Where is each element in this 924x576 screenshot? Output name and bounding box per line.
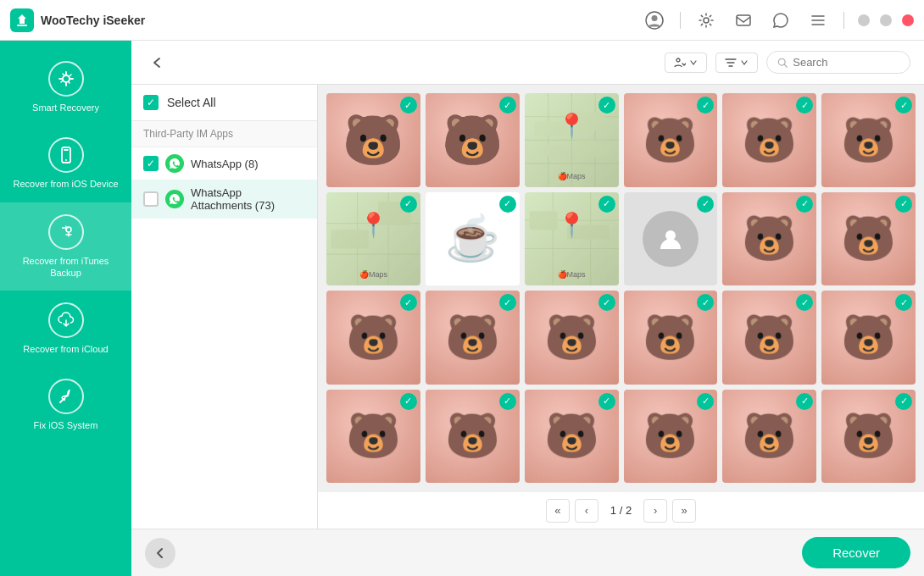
select-all-checkbox[interactable] (143, 95, 159, 110)
svg-point-7 (676, 58, 680, 62)
next-page-button[interactable]: › (643, 499, 667, 523)
svg-point-4 (63, 75, 70, 82)
image-cell-24[interactable]: 🐻 ✓ (821, 390, 916, 484)
image-cell-8-coffee[interactable]: ☕ ✓ (426, 192, 520, 286)
map-label-3: 🍎Maps (558, 270, 586, 279)
check-badge-7: ✓ (400, 196, 417, 213)
recover-icloud-icon (48, 302, 84, 338)
smart-recovery-icon (48, 61, 84, 97)
sidebar-item-recover-ios[interactable]: Recover from iOS Device (0, 125, 131, 202)
sidebar-item-smart-recovery[interactable]: Smart Recovery (0, 49, 131, 125)
settings-icon[interactable] (694, 8, 718, 32)
select-all-row[interactable]: Select All (131, 85, 317, 121)
fix-ios-icon (48, 379, 84, 414)
image-cell-20[interactable]: 🐻 ✓ (426, 390, 520, 484)
image-cell-19[interactable]: 🐻 ✓ (326, 390, 420, 484)
person-filter-button[interactable] (665, 53, 707, 73)
check-badge-21: ✓ (598, 393, 615, 410)
back-nav-button[interactable] (145, 538, 175, 568)
sidebar-label-recover-icloud: Recover from iCloud (23, 343, 108, 355)
image-cell-16[interactable]: 🐻 ✓ (624, 291, 718, 385)
avatar-visual (643, 211, 699, 267)
search-box[interactable] (766, 51, 910, 74)
search-input[interactable] (793, 56, 899, 69)
map-pin-2: 📍 (359, 211, 388, 239)
image-cell-13[interactable]: 🐻 ✓ (326, 291, 420, 385)
image-cell-14[interactable]: 🐻 ✓ (426, 291, 520, 385)
sidebar-label-recover-ios: Recover from iOS Device (13, 178, 118, 190)
map-label-1: 🍎Maps (558, 172, 586, 180)
search-icon (777, 57, 788, 69)
image-cell-22[interactable]: 🐻 ✓ (624, 390, 718, 484)
toolbar (131, 41, 924, 85)
svg-rect-29 (529, 211, 557, 230)
menu-icon[interactable] (806, 8, 830, 32)
whatsapp-attachments-icon (165, 190, 184, 208)
last-page-button[interactable]: » (672, 499, 696, 523)
check-badge-14: ✓ (499, 294, 516, 311)
divider2 (843, 12, 844, 29)
sidebar-item-recover-icloud[interactable]: Recover from iCloud (0, 291, 131, 367)
image-cell-9-map[interactable]: 📍 🍎Maps ✓ (525, 192, 619, 286)
back-button[interactable] (145, 50, 170, 75)
image-grid: 🐻 ✓ 🐻 ✓ (326, 93, 916, 483)
svg-rect-17 (543, 145, 567, 156)
close-button[interactable]: ✕ (902, 14, 914, 26)
sidebar-label-smart-recovery: Smart Recovery (32, 102, 99, 114)
toolbar-left (145, 50, 170, 75)
svg-rect-18 (576, 140, 610, 157)
tree-item-whatsapp[interactable]: WhatsApp (8) (131, 147, 317, 180)
image-cell-6[interactable]: 🐻 ✓ (821, 93, 916, 187)
check-badge-15: ✓ (598, 294, 615, 311)
image-cell-3-map[interactable]: 📍 🍎Maps ✓ (525, 93, 619, 187)
title-bar: WooTechy iSeeker (0, 0, 924, 41)
sidebar-item-recover-itunes[interactable]: Recover from iTunes Backup (0, 202, 131, 291)
maximize-button[interactable]: □ (880, 14, 892, 26)
check-badge-22: ✓ (697, 393, 714, 410)
recover-ios-icon (48, 137, 84, 173)
image-cell-2[interactable]: 🐻 ✓ (426, 93, 520, 187)
image-cell-23[interactable]: 🐻 ✓ (722, 390, 816, 484)
whatsapp-checkbox[interactable] (143, 156, 159, 171)
app-title: WooTechy iSeeker (41, 14, 145, 27)
avatar-icon[interactable] (643, 8, 666, 32)
map-label-2: 🍎Maps (359, 270, 387, 279)
check-badge-8: ✓ (499, 196, 516, 213)
mail-icon[interactable] (732, 8, 755, 32)
whatsapp-attachments-checkbox[interactable] (143, 191, 159, 207)
image-cell-21[interactable]: 🐻 ✓ (525, 390, 619, 484)
category-header: Third-Party IM Apps (131, 121, 317, 147)
svg-rect-0 (17, 25, 27, 26)
title-bar-right: — □ ✕ (643, 8, 914, 32)
image-cell-1[interactable]: 🐻 ✓ (326, 93, 420, 187)
filter-button[interactable] (715, 53, 758, 73)
toolbar-right (665, 51, 910, 74)
panels: Select All Third-Party IM Apps WhatsApp … (131, 85, 924, 529)
check-badge-1: ✓ (400, 97, 417, 114)
divider (680, 12, 681, 29)
first-page-button[interactable]: « (546, 499, 570, 523)
whatsapp-icon (165, 154, 184, 173)
check-badge-19: ✓ (400, 393, 417, 410)
recover-button[interactable]: Recover (802, 537, 910, 568)
check-badge-20: ✓ (499, 393, 516, 410)
check-badge-13: ✓ (400, 294, 417, 311)
svg-rect-3 (737, 15, 750, 25)
image-cell-15[interactable]: 🐻 ✓ (525, 291, 619, 385)
tree-item-whatsapp-attachments[interactable]: WhatsApp Attachments (73) (131, 180, 317, 219)
map-pin-1: 📍 (557, 112, 587, 140)
check-badge-3: ✓ (598, 97, 615, 114)
chat-icon[interactable] (769, 8, 793, 32)
image-cell-11[interactable]: 🐻 ✓ (722, 192, 816, 286)
minimize-button[interactable]: — (858, 14, 870, 26)
prev-page-button[interactable]: ‹ (575, 499, 598, 523)
image-cell-4[interactable]: 🐻 ✓ (624, 93, 718, 187)
image-cell-17[interactable]: 🐻 ✓ (722, 291, 816, 385)
image-cell-18[interactable]: 🐻 ✓ (821, 291, 916, 385)
image-cell-12[interactable]: 🐻 ✓ (821, 192, 916, 286)
image-cell-7-map[interactable]: 📍 🍎Maps ✓ (326, 192, 420, 286)
check-badge-12: ✓ (895, 196, 912, 213)
sidebar-item-fix-ios[interactable]: Fix iOS System (0, 367, 131, 443)
image-cell-10-profile[interactable]: ✓ (624, 192, 718, 286)
image-cell-5[interactable]: 🐻 ✓ (722, 93, 816, 187)
